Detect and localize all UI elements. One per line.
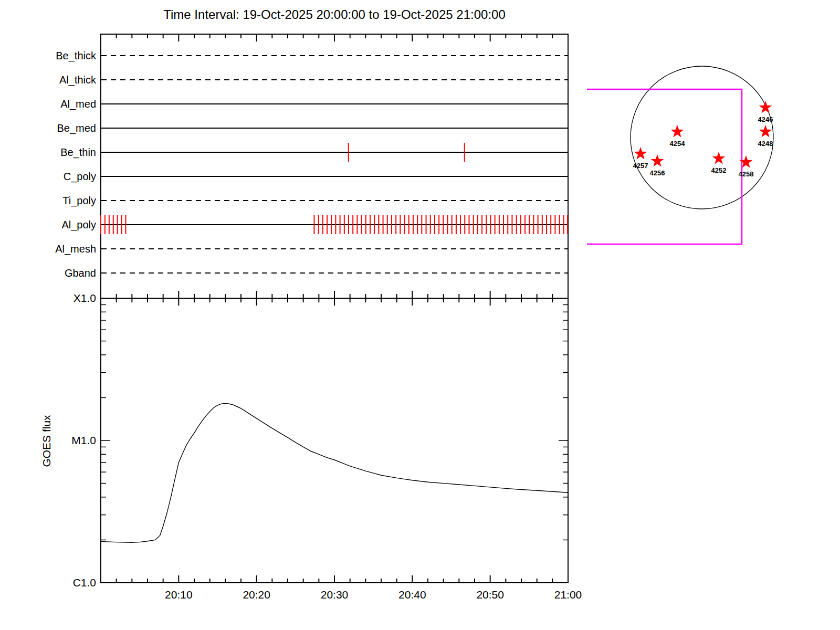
active-region-star	[651, 154, 664, 167]
active-region-star	[671, 125, 684, 138]
channel-label: Al_thick	[59, 74, 97, 86]
active-region-label: 4248	[758, 140, 773, 148]
y-axis-title: GOES flux	[40, 415, 52, 467]
active-region-label: 4256	[650, 169, 665, 177]
channel-label: Al_poly	[61, 219, 96, 231]
active-region-label: 4246	[758, 116, 773, 123]
plot-svg: GOES flux Be_thickAl_thickAl_medBe_medBe…	[0, 0, 840, 630]
x-tick-label: 20:10	[165, 589, 193, 601]
active-region-star	[759, 125, 772, 138]
active-region-label: 4252	[711, 166, 727, 174]
channel-label: Be_thin	[60, 146, 96, 159]
x-tick-label: 21:00	[554, 589, 582, 601]
active-region-star	[712, 152, 726, 164]
channel-label: Al_mesh	[55, 243, 96, 255]
solar-disk-panel: 4246424842544257425642524258	[587, 66, 773, 244]
channel-label: Gband	[65, 267, 96, 279]
active-region-label: 4257	[633, 162, 648, 170]
channel-label: Be_thick	[56, 50, 97, 62]
x-tick-label: 20:20	[243, 589, 270, 601]
x-tick-label: 20:40	[398, 589, 426, 601]
timeline-panel: Be_thickAl_thickAl_medBe_medBe_thinC_pol…	[55, 34, 568, 298]
plot-canvas: Time Interval: 19-Oct-2025 20:00:00 to 1…	[0, 0, 840, 630]
solar-limb-circle	[631, 66, 773, 209]
y-tick-label: C1.0	[73, 576, 96, 589]
channel-label: Ti_poly	[62, 195, 96, 207]
x-tick-label: 20:30	[321, 589, 349, 601]
channel-label: Al_med	[60, 98, 96, 110]
y-tick-label: X1.0	[74, 292, 96, 304]
x-tick-label: 20:50	[476, 589, 504, 601]
active-region-label: 4258	[739, 170, 754, 178]
goes-curve	[101, 404, 568, 543]
timeline-panel-border	[101, 34, 568, 298]
y-tick-label: M1.0	[71, 434, 96, 446]
goes-panel: 20:1020:2020:3020:4020:5021:00X1.0M1.0C1…	[71, 292, 582, 601]
goes-panel-border	[101, 298, 568, 583]
channel-label: Be_med	[57, 122, 97, 134]
active-region-label: 4254	[670, 140, 686, 148]
active-region-star	[634, 147, 647, 160]
active-region-star	[759, 101, 772, 113]
channel-label: C_poly	[64, 171, 96, 183]
